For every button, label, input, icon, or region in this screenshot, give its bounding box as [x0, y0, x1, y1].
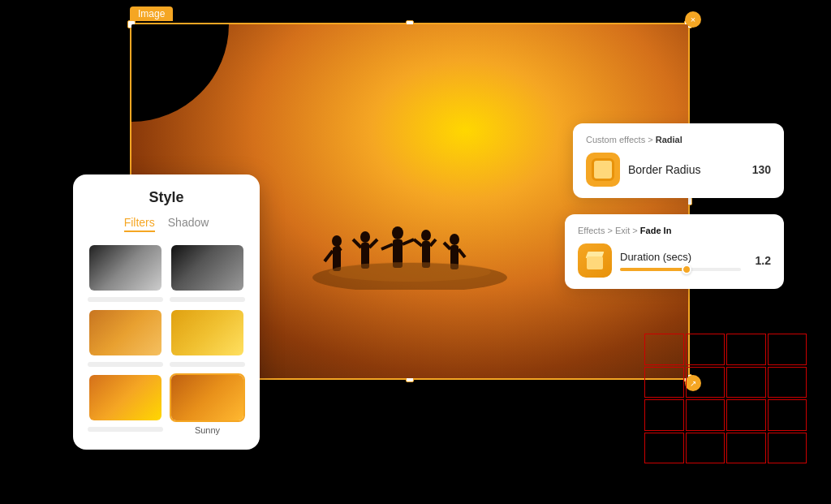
filter-label-bar: [170, 362, 245, 367]
filter-thumb-warm[interactable]: [88, 308, 163, 357]
border-radius-value[interactable]: 130: [752, 163, 771, 176]
grid-cell: [686, 334, 726, 365]
filter-item-yellow[interactable]: [170, 308, 245, 367]
svg-line-11: [381, 244, 393, 249]
custom-effects-panel: Custom effects > Radial Border Radius 13…: [573, 123, 784, 198]
grid-cell: [726, 433, 766, 464]
people-silhouettes: [288, 209, 532, 290]
filter-preview: [89, 375, 161, 420]
slider-track[interactable]: [620, 268, 741, 271]
box-face-front: [587, 256, 603, 269]
grid-cell: [686, 399, 726, 431]
slider-thumb[interactable]: [682, 265, 691, 274]
svg-line-8: [369, 239, 377, 248]
filter-item-sunny1[interactable]: [88, 373, 163, 435]
duration-content: Duration (secs): [620, 251, 741, 271]
grid-cell: [686, 433, 726, 464]
filter-item-warm[interactable]: [88, 308, 163, 367]
svg-line-12: [403, 239, 414, 244]
filter-preview: [89, 310, 161, 355]
filter-preview: [171, 310, 243, 355]
tab-filters[interactable]: Filters: [124, 216, 155, 232]
border-radius-icon: [592, 158, 614, 181]
grid-cell: [726, 399, 766, 431]
duration-row: Duration (secs) 1.2: [578, 243, 771, 278]
duration-icon-container: [578, 243, 612, 278]
image-label: Image: [130, 6, 173, 21]
panel-breadcrumb-custom: Custom effects > Radial: [586, 135, 771, 144]
filter-thumb-yellow[interactable]: [170, 308, 245, 357]
breadcrumb-prefix: Custom effects >: [586, 135, 656, 144]
filter-item-bw2[interactable]: [170, 243, 245, 302]
panel-row-border-radius: Border Radius 130: [586, 153, 771, 187]
filter-preview: [89, 245, 161, 291]
canvas: Image × ↗: [0, 0, 831, 504]
box-3d-icon: [584, 252, 605, 269]
grid-cell: [768, 433, 807, 464]
grid-cell: [768, 334, 807, 365]
svg-point-13: [421, 230, 431, 241]
filter-grid: Sunny: [88, 243, 245, 435]
filter-thumb-sunny1[interactable]: [88, 373, 163, 422]
svg-point-9: [392, 226, 403, 239]
svg-line-16: [430, 239, 436, 246]
filter-label-sunny: Sunny: [170, 425, 245, 435]
grid-cell: [726, 367, 766, 398]
slider-fill: [620, 268, 687, 271]
filter-preview: [171, 245, 243, 291]
grid-cell: [644, 334, 684, 365]
grid-cell: [644, 399, 684, 431]
breadcrumb-highlight: Radial: [656, 135, 682, 144]
svg-line-7: [353, 239, 361, 248]
grid-cell: [726, 334, 766, 365]
border-radius-icon-container: [586, 153, 620, 187]
svg-line-15: [414, 239, 422, 246]
grid-cell: [644, 433, 684, 464]
red-grid-overlay: [644, 334, 807, 463]
corner-radius-overlay: [131, 24, 229, 122]
duration-label: Duration (secs): [620, 251, 741, 263]
filter-thumb-sunny-selected[interactable]: [170, 373, 245, 422]
filter-label-bar: [88, 427, 163, 432]
svg-point-21: [329, 262, 491, 282]
style-tabs: Filters Shadow: [88, 216, 245, 232]
svg-line-20: [459, 249, 465, 257]
duration-value[interactable]: 1.2: [756, 254, 771, 267]
style-panel: Style Filters Shadow: [73, 174, 260, 450]
grid-cell: [686, 367, 726, 398]
tab-shadow[interactable]: Shadow: [168, 216, 209, 232]
grid-cell: [768, 399, 807, 431]
style-panel-title: Style: [88, 189, 245, 206]
filter-item-sunny-selected[interactable]: Sunny: [170, 373, 245, 435]
panel-breadcrumb-effects: Effects > Exit > Fade In: [578, 226, 771, 235]
filter-thumb-bw[interactable]: [88, 243, 163, 292]
filter-preview: [171, 375, 243, 420]
effects-duration-panel: Effects > Exit > Fade In Duration (secs)…: [565, 214, 784, 289]
svg-line-19: [444, 243, 450, 249]
svg-point-17: [450, 234, 459, 245]
breadcrumb-fade-in: Fade In: [640, 226, 672, 235]
filter-label-bar: [88, 297, 163, 302]
svg-point-5: [360, 231, 370, 243]
grid-cell: [644, 367, 684, 398]
grid-cell: [768, 367, 807, 398]
breadcrumb-effects-prefix: Effects > Exit >: [578, 226, 640, 235]
svg-line-3: [325, 251, 333, 261]
filter-label-bar: [170, 297, 245, 302]
slider-container[interactable]: [620, 268, 741, 271]
border-radius-label: Border Radius: [628, 163, 744, 176]
filter-label-bar: [88, 362, 163, 367]
filter-thumb-bw2[interactable]: [170, 243, 245, 292]
filter-item-bw[interactable]: [88, 243, 163, 302]
